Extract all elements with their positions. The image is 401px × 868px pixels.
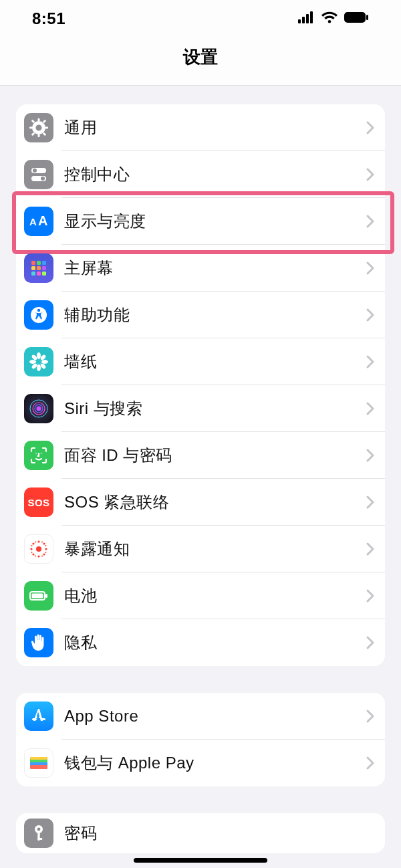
chevron-right-icon (366, 215, 374, 228)
svg-rect-69 (32, 718, 37, 720)
svg-rect-9 (38, 134, 40, 137)
svg-rect-70 (41, 718, 45, 720)
status-bar: 8:51 (0, 0, 401, 37)
row-accessibility[interactable]: 辅助功能 (16, 292, 385, 338)
svg-rect-29 (37, 272, 41, 276)
row-display-brightness[interactable]: AA 显示与亮度 (16, 198, 385, 245)
row-siri[interactable]: Siri 与搜索 (16, 385, 385, 432)
svg-point-77 (37, 828, 41, 831)
row-passwords[interactable]: 密码 (16, 813, 385, 853)
svg-point-46 (37, 407, 41, 411)
siri-icon (24, 394, 53, 423)
key-icon (24, 819, 53, 848)
flower-icon (24, 347, 53, 376)
battery-icon (24, 581, 53, 611)
chevron-right-icon (366, 308, 374, 322)
battery-icon (344, 11, 369, 26)
svg-rect-1 (302, 17, 305, 23)
row-label: 控制中心 (64, 164, 361, 185)
svg-point-56 (32, 553, 34, 555)
status-indicators (298, 11, 369, 27)
svg-rect-0 (298, 19, 301, 23)
svg-point-42 (37, 360, 41, 364)
accessibility-icon (24, 300, 53, 330)
status-time: 8:51 (32, 9, 65, 28)
row-wallet[interactable]: 钱包与 Apple Pay (16, 740, 385, 786)
settings-group-1: 通用 控制中心 AA 显示与亮度 主屏幕 (16, 104, 385, 666)
svg-rect-2 (306, 14, 309, 23)
row-appstore[interactable]: App Store (16, 693, 385, 740)
svg-point-57 (43, 553, 45, 555)
svg-rect-75 (30, 765, 47, 769)
row-label: Siri 与搜索 (64, 398, 361, 419)
svg-point-49 (36, 546, 41, 552)
row-battery[interactable]: 电池 (16, 572, 385, 619)
svg-point-50 (37, 540, 39, 542)
wifi-icon (321, 11, 338, 27)
wallet-icon (24, 748, 53, 778)
chevron-right-icon (366, 121, 374, 134)
row-label: 辅助功能 (64, 304, 361, 326)
row-home-screen[interactable]: 主屏幕 (16, 245, 385, 292)
chevron-right-icon (366, 355, 374, 368)
svg-point-35 (37, 364, 41, 371)
row-exposure[interactable]: 暴露通知 (16, 526, 385, 572)
chevron-right-icon (366, 261, 374, 275)
svg-point-52 (30, 548, 32, 550)
svg-point-51 (37, 555, 39, 557)
hand-icon (24, 628, 53, 657)
svg-rect-11 (45, 127, 48, 129)
sos-icon: SOS (24, 487, 53, 517)
row-general[interactable]: 通用 (16, 104, 385, 151)
svg-point-19 (41, 177, 45, 181)
svg-rect-23 (37, 261, 41, 265)
row-faceid[interactable]: 面容 ID 与密码 (16, 432, 385, 479)
svg-point-64 (45, 545, 47, 546)
svg-point-32 (37, 309, 40, 312)
navbar: 设置 (0, 37, 401, 86)
row-label: 密码 (64, 823, 374, 844)
svg-rect-79 (37, 838, 42, 840)
row-control-center[interactable]: 控制中心 (16, 151, 385, 198)
chevron-right-icon (366, 636, 374, 649)
svg-rect-67 (32, 594, 43, 599)
svg-point-17 (33, 169, 37, 173)
svg-point-34 (37, 352, 41, 359)
row-label: 主屏幕 (64, 257, 361, 279)
svg-point-54 (32, 542, 34, 544)
svg-text:A: A (29, 216, 37, 227)
page-title: 设置 (0, 45, 401, 69)
row-sos[interactable]: SOS SOS 紧急联络 (16, 479, 385, 526)
svg-point-61 (41, 556, 43, 557)
row-label: App Store (64, 707, 361, 726)
svg-rect-30 (42, 272, 46, 276)
row-label: 显示与亮度 (64, 211, 361, 232)
svg-point-65 (45, 552, 47, 553)
gear-icon (24, 113, 53, 142)
svg-rect-68 (45, 594, 47, 598)
chevron-right-icon (366, 449, 374, 462)
switches-icon (24, 160, 53, 189)
settings-group-3: 密码 (16, 813, 385, 853)
svg-point-62 (31, 545, 33, 546)
settings-content: 通用 控制中心 AA 显示与亮度 主屏幕 (0, 104, 401, 853)
row-wallpaper[interactable]: 墙纸 (16, 338, 385, 385)
svg-point-7 (36, 125, 42, 131)
chevron-right-icon (366, 710, 374, 723)
svg-text:A: A (38, 213, 47, 228)
row-label: 通用 (64, 117, 361, 138)
row-label: 钱包与 Apple Pay (64, 752, 361, 774)
chevron-right-icon (366, 589, 374, 603)
row-label: 面容 ID 与密码 (64, 445, 361, 466)
svg-rect-28 (31, 272, 35, 276)
svg-rect-22 (31, 261, 35, 265)
cellular-icon (298, 11, 315, 26)
svg-rect-10 (29, 127, 33, 129)
row-privacy[interactable]: 隐私 (16, 619, 385, 666)
settings-group-2: App Store 钱包与 Apple Pay (16, 693, 385, 786)
svg-point-53 (45, 548, 47, 550)
svg-point-58 (35, 542, 36, 543)
svg-rect-4 (344, 12, 366, 23)
svg-rect-25 (31, 266, 35, 270)
chevron-right-icon (366, 496, 374, 509)
